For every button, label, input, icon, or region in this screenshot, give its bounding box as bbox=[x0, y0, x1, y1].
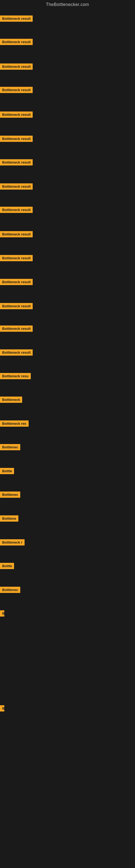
bottleneck-result-item: Bottlenec bbox=[0, 444, 20, 450]
bottleneck-result-item: Bottleneck result bbox=[0, 63, 33, 70]
bottleneck-result-item: Bottleneck result bbox=[0, 349, 33, 355]
bottleneck-result-item: Bottleneck result bbox=[0, 231, 33, 237]
bottleneck-result-item: Bottleneck result bbox=[0, 183, 33, 190]
bottleneck-result-item: Bottleneck result bbox=[0, 112, 33, 118]
bottleneck-result-item: Bottleneck result bbox=[0, 207, 33, 213]
bottleneck-result-item: Bottle bbox=[0, 563, 14, 569]
bottleneck-result-item: Bottleneck result bbox=[0, 87, 33, 93]
bottleneck-result-item: Bottleneck result bbox=[0, 16, 33, 22]
bottleneck-result-item: Bottleneck result bbox=[0, 279, 33, 285]
bottleneck-result-item: Bottleneck bbox=[0, 397, 22, 403]
bottleneck-result-item: Bottlenec bbox=[0, 587, 20, 593]
bottleneck-result-item: Bottlene bbox=[0, 516, 18, 522]
bottleneck-result-item: Bottleneck result bbox=[0, 135, 33, 142]
bottleneck-result-item: Bottleneck result bbox=[0, 326, 33, 332]
bottleneck-result-item: Bottleneck result bbox=[0, 255, 33, 261]
bottleneck-result-item: Bottleneck res bbox=[0, 421, 29, 427]
site-title: TheBottlenecker.com bbox=[0, 0, 135, 8]
bottleneck-result-item: B bbox=[0, 705, 4, 712]
bottleneck-result-item: Bottleneck result bbox=[0, 39, 33, 45]
bottleneck-result-item: Bottleneck result bbox=[0, 159, 33, 165]
bottleneck-result-item: Bottle bbox=[0, 468, 14, 474]
bottleneck-result-item: Bottleneck resu bbox=[0, 373, 31, 379]
bottleneck-result-item: B bbox=[0, 610, 4, 617]
bottleneck-result-item: Bottleneck result bbox=[0, 303, 33, 309]
bottleneck-result-item: Bottleneck r bbox=[0, 539, 25, 546]
bottleneck-result-item: Bottlenec bbox=[0, 492, 20, 498]
